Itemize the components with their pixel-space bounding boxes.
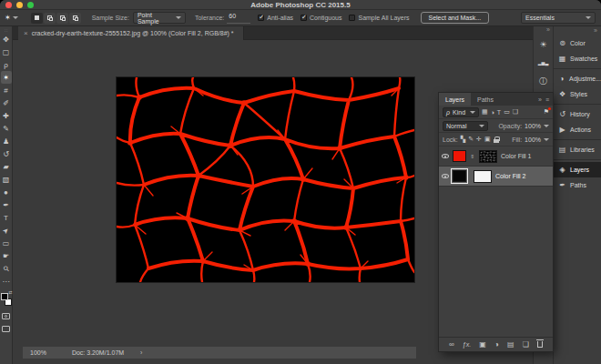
collapse-panel-chevrons[interactable]: » <box>538 96 542 103</box>
dock-item-libraries[interactable]: ▤ Libraries <box>554 142 601 157</box>
dock-item-swatches[interactable]: ▦ Swatches <box>554 51 601 66</box>
layer-style-fx-icon[interactable]: ƒx. <box>463 341 471 348</box>
foreground-background-colors[interactable]: ⇄ <box>1 291 12 306</box>
dodge-tool[interactable]: ● <box>1 186 12 198</box>
layer-visibility-eye-icon[interactable] <box>442 154 449 158</box>
brush-tool[interactable]: ✎ <box>1 122 12 135</box>
tool-preset-picker[interactable]: ✶ <box>5 14 18 22</box>
lasso-tool[interactable]: ρ <box>1 58 12 71</box>
dock-item-paths[interactable]: ✒ Paths <box>554 177 601 193</box>
collapse-dock-chevrons[interactable]: » <box>554 26 601 35</box>
new-group-icon[interactable]: ▤ <box>507 340 514 349</box>
filter-pixel-layers-icon[interactable]: ▦ <box>482 108 488 116</box>
search-icon: ρ <box>446 109 450 116</box>
new-adjustment-layer-icon[interactable]: ◑ <box>494 340 499 349</box>
contiguous-checkbox[interactable]: Contiguous <box>300 15 341 21</box>
anti-alias-checkbox[interactable]: Anti-alias <box>258 15 293 21</box>
filter-smart-objects-icon[interactable]: ❏ <box>513 108 518 116</box>
type-tool[interactable]: T <box>1 211 12 224</box>
tab-paths[interactable]: Paths <box>471 93 500 106</box>
crop-tool[interactable]: # <box>1 84 12 96</box>
blend-mode-dropdown[interactable]: Normal <box>443 121 488 131</box>
toolbar-grip[interactable]: ∷ <box>0 26 12 33</box>
sample-size-label: Sample Size: <box>92 15 129 21</box>
dock-item-actions[interactable]: ▶ Actions <box>554 122 601 137</box>
add-layer-mask-icon[interactable]: ▣ <box>479 340 486 349</box>
fill-value[interactable]: 100% <box>525 136 541 143</box>
layer-visibility-eye-icon[interactable] <box>442 174 449 178</box>
info-panel-icon[interactable]: ⓘ <box>534 72 553 90</box>
layer-row-color-fill-2[interactable]: Color Fill 2 <box>439 167 553 187</box>
path-selection-tool[interactable]: ➤ <box>1 224 12 237</box>
delete-layer-icon[interactable] <box>537 341 543 348</box>
filter-toggle-icon[interactable]: ⚑ <box>544 108 549 116</box>
histogram-panel-icon[interactable]: ▂▅▃ <box>534 54 553 72</box>
layer-row-color-fill-1[interactable]: ∞ Color Fill 1 <box>439 147 553 167</box>
zoom-tool[interactable]: ⚲ <box>1 262 12 275</box>
screen-mode-button[interactable] <box>2 326 10 332</box>
foreground-color-swatch[interactable] <box>1 293 8 300</box>
move-tool[interactable]: ✥ <box>1 33 12 46</box>
dock-item-history[interactable]: ↺ History <box>554 106 601 122</box>
collapse-strip-chevrons[interactable]: » <box>534 26 553 35</box>
layer-mask-link-icon[interactable]: ∞ <box>470 154 475 159</box>
filter-shape-layers-icon[interactable]: ▭ <box>504 108 510 116</box>
gradient-tool[interactable]: ▧ <box>1 173 12 186</box>
eraser-tool[interactable]: ▰ <box>1 160 12 173</box>
history-brush-tool[interactable]: ↺ <box>1 147 12 160</box>
dock-item-layers[interactable]: ◈ Layers <box>554 162 601 177</box>
status-chevron-icon[interactable]: › <box>140 349 142 356</box>
select-and-mask-button[interactable]: Select and Mask... <box>421 12 490 24</box>
lock-position-icon[interactable]: ✛ <box>476 136 482 143</box>
canvas[interactable] <box>117 77 414 282</box>
lock-transparent-pixels-icon[interactable]: ▚ <box>461 136 465 143</box>
zoom-level[interactable]: 100% <box>30 349 46 356</box>
lock-image-pixels-icon[interactable]: ✎ <box>468 136 474 143</box>
intersect-selection-button[interactable] <box>69 13 81 24</box>
subtract-from-selection-button[interactable] <box>56 13 68 24</box>
new-selection-button[interactable] <box>31 13 43 24</box>
magic-wand-tool[interactable]: ✶ <box>1 71 12 84</box>
layer-mask-thumbnail[interactable] <box>479 150 497 163</box>
opacity-value[interactable]: 100% <box>525 123 541 129</box>
eyedropper-tool[interactable]: ✐ <box>1 96 12 109</box>
tab-layers[interactable]: Layers <box>439 93 471 106</box>
edit-toolbar-button[interactable]: ⋯ <box>1 275 12 288</box>
chevron-down-icon <box>544 125 549 127</box>
filter-kind-dropdown[interactable]: ρ Kind <box>443 107 479 117</box>
sample-size-dropdown[interactable]: Point Sample <box>133 12 186 24</box>
link-layers-icon[interactable]: ∞ <box>449 340 454 349</box>
sample-all-layers-checkbox[interactable]: Sample All Layers <box>349 15 409 21</box>
hand-tool[interactable]: ☛ <box>1 249 12 262</box>
layer-name[interactable]: Color Fill 1 <box>501 153 531 159</box>
lock-artboard-icon[interactable]: ▣ <box>484 136 491 143</box>
quick-mask-icon <box>5 315 7 318</box>
layer-mask-thumbnail[interactable] <box>474 170 492 183</box>
fill-swatch-thumbnail[interactable] <box>453 170 466 182</box>
pen-tool[interactable]: ✒ <box>1 198 12 211</box>
add-to-selection-button[interactable] <box>44 13 56 24</box>
document-tab[interactable]: × cracked-dry-earth-texture-2555152.jpg … <box>18 26 244 40</box>
workspace-dropdown[interactable]: Essentials <box>521 12 596 24</box>
healing-brush-tool[interactable]: ✚ <box>1 109 12 122</box>
rectangular-marquee-tool[interactable]: ▢ <box>1 46 12 58</box>
dock-item-color[interactable]: ⊚ Color <box>554 35 601 51</box>
properties-panel-icon[interactable]: ☀ <box>534 35 553 54</box>
layer-name[interactable]: Color Fill 2 <box>495 173 525 179</box>
quick-mask-button[interactable] <box>2 313 10 319</box>
swatches-panel-icon: ▦ <box>558 55 566 63</box>
rectangle-tool[interactable]: ▭ <box>1 237 12 249</box>
checkbox-icon <box>258 15 264 21</box>
dock-item-adjustments[interactable]: ◑ Adjustme... <box>554 71 601 86</box>
clone-stamp-tool[interactable]: ♟ <box>1 135 12 147</box>
close-tab-icon[interactable]: × <box>24 29 28 37</box>
dock-item-styles[interactable]: ❖ Styles <box>554 86 601 102</box>
tolerance-input[interactable]: 60 <box>227 13 250 24</box>
lock-all-icon[interactable] <box>494 136 499 143</box>
filter-adjustment-layers-icon[interactable]: ◑ <box>491 109 494 116</box>
panel-menu-icon[interactable]: ≡ <box>545 96 549 103</box>
filter-type-layers-icon[interactable]: T <box>497 109 501 116</box>
swap-colors-icon[interactable]: ⇄ <box>8 289 12 295</box>
fill-swatch-thumbnail[interactable] <box>453 150 466 162</box>
new-layer-icon[interactable]: ❏ <box>523 340 529 349</box>
